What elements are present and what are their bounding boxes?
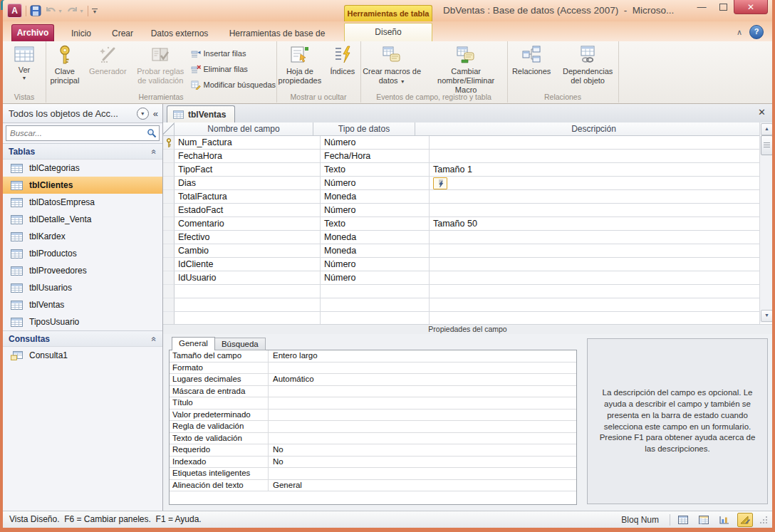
nav-table-item[interactable]: tblDatosEmpresa <box>3 194 162 211</box>
description-cell[interactable]: Tamaño 1 <box>430 163 760 177</box>
row-selector[interactable] <box>163 217 175 231</box>
tab-general[interactable]: General <box>172 337 215 350</box>
field-name-cell[interactable]: FechaHora <box>175 150 321 163</box>
tab-herramientas-bd[interactable]: Herramientas de base de datos <box>218 26 336 41</box>
property-value[interactable] <box>269 397 576 409</box>
modificar-busquedas-button[interactable]: Modificar búsquedas <box>191 78 276 90</box>
data-type-cell[interactable]: Número <box>321 271 430 285</box>
property-value[interactable] <box>269 433 576 444</box>
description-cell[interactable] <box>430 271 760 285</box>
data-type-cell[interactable]: Texto <box>321 217 430 231</box>
indices-button[interactable]: Índices <box>325 43 360 78</box>
collapse-ribbon-icon[interactable]: ∧ <box>737 28 742 37</box>
nav-table-item[interactable]: tblCategorias <box>3 160 162 177</box>
data-type-cell[interactable]: Número <box>321 258 430 271</box>
access-app-icon[interactable]: A <box>7 4 22 18</box>
tab-busqueda[interactable]: Búsqueda <box>214 338 266 350</box>
description-cell[interactable] <box>430 150 760 163</box>
property-value[interactable]: No <box>269 444 576 456</box>
search-icon[interactable] <box>147 128 157 138</box>
tab-diseno-active[interactable]: Diseño <box>344 23 432 42</box>
row-selector[interactable] <box>163 190 175 204</box>
close-document-icon[interactable]: ✕ <box>758 108 766 118</box>
customize-qat-button[interactable]: ▼ <box>92 9 98 14</box>
empty-field-row[interactable] <box>163 312 760 324</box>
generador-button[interactable]: Generador <box>85 43 130 78</box>
field-row[interactable]: Comentario Texto Tamaño 50 <box>163 217 760 231</box>
scroll-up-icon[interactable]: ▲ <box>761 123 772 135</box>
hoja-propiedades-button[interactable]: Hoja de propiedades <box>276 43 323 87</box>
probar-reglas-button[interactable]: Probar reglas de validación <box>132 43 189 87</box>
data-type-cell[interactable]: Moneda <box>321 190 430 204</box>
insertar-filas-button[interactable]: Insertar filas <box>191 47 276 59</box>
data-type-cell[interactable]: Número <box>321 204 430 217</box>
resize-grip[interactable] <box>759 516 768 524</box>
scroll-down-icon[interactable]: ▼ <box>761 310 772 322</box>
row-selector[interactable] <box>163 244 175 258</box>
collapse-section-icon[interactable]: « <box>150 149 160 154</box>
ver-button[interactable]: Ver ▼ <box>5 43 43 82</box>
design-view-button[interactable] <box>737 513 753 527</box>
data-type-cell[interactable]: Moneda <box>321 244 430 258</box>
property-value[interactable]: No <box>269 457 576 468</box>
pivottable-view-button[interactable] <box>696 513 712 527</box>
field-row[interactable]: TotalFactura Moneda <box>163 190 760 204</box>
property-row[interactable]: Indexado No <box>170 457 576 469</box>
field-name-cell[interactable]: IdUsuario <box>175 271 321 285</box>
data-type-cell[interactable]: Número <box>321 136 430 150</box>
field-row[interactable]: Efectivo Moneda <box>163 231 760 244</box>
undo-dropdown-icon[interactable]: ▼ <box>58 9 63 14</box>
description-cell[interactable] <box>430 136 760 150</box>
undo-button[interactable]: ▼ <box>45 6 63 16</box>
eliminar-filas-button[interactable]: Eliminar filas <box>191 63 276 75</box>
property-row[interactable]: Máscara de entrada <box>170 386 576 398</box>
field-name-cell[interactable]: TotalFactura <box>175 190 321 204</box>
empty-field-row[interactable] <box>163 285 760 298</box>
description-cell[interactable]: Tamaño 50 <box>430 217 760 231</box>
field-name-cell[interactable]: Cambio <box>175 244 321 258</box>
field-row[interactable]: FechaHora Fecha/Hora <box>163 150 760 163</box>
property-row[interactable]: Regla de validación <box>170 421 576 433</box>
field-name-cell[interactable]: IdCliente <box>175 258 321 271</box>
field-row[interactable]: IdCliente Número <box>163 258 760 271</box>
field-name-cell[interactable]: Dias <box>175 177 321 190</box>
property-row[interactable]: Alineación del texto General <box>170 480 576 492</box>
empty-field-row[interactable] <box>163 298 760 312</box>
shutter-bar-close-icon[interactable]: « <box>153 108 158 119</box>
row-selector[interactable] <box>163 150 175 163</box>
help-icon[interactable]: ? <box>749 25 764 39</box>
nav-table-item[interactable]: tblKardex <box>3 228 162 245</box>
description-cell[interactable] <box>430 231 760 244</box>
data-type-cell[interactable]: Texto <box>321 163 430 177</box>
nav-query-item[interactable]: Consulta1 <box>3 347 162 364</box>
property-value[interactable] <box>269 468 576 479</box>
cambiar-nombre-button[interactable]: Cambiar nombre/Eliminar Macro <box>425 43 507 96</box>
field-name-cell[interactable]: TipoFact <box>175 163 321 177</box>
field-row[interactable]: Cambio Moneda <box>163 244 760 258</box>
navigation-pane-header[interactable]: Todos los objetos de Acc... ▼ « <box>3 104 162 123</box>
crear-macros-button[interactable]: Crear macros de datos ▼ <box>360 43 423 87</box>
nav-table-item[interactable]: TiposUsuario <box>3 313 162 330</box>
property-row[interactable]: Etiquetas inteligentes <box>170 468 576 480</box>
data-type-cell[interactable]: Moneda <box>321 231 430 244</box>
nav-table-item[interactable]: tblProveedores <box>3 262 162 279</box>
row-selector[interactable] <box>163 204 175 217</box>
tab-datos-externos[interactable]: Datos externos <box>144 26 215 41</box>
field-row[interactable]: Dias Número <box>163 177 760 190</box>
row-selector[interactable] <box>163 177 175 190</box>
property-row[interactable]: Lugares decimales Automático <box>170 374 576 386</box>
description-cell[interactable] <box>430 244 760 258</box>
tab-inicio[interactable]: Inicio <box>63 26 100 41</box>
scrollbar-thumb[interactable] <box>761 135 772 155</box>
row-selector[interactable] <box>163 271 175 285</box>
redo-dropdown-icon[interactable]: ▼ <box>79 9 84 14</box>
close-button[interactable]: ✕ <box>734 0 768 14</box>
field-row[interactable]: EstadoFact Número <box>163 204 760 217</box>
search-input[interactable] <box>6 126 159 140</box>
nav-menu-dropdown-icon[interactable]: ▼ <box>137 108 149 120</box>
property-row[interactable]: Texto de validación <box>170 433 576 445</box>
property-value[interactable]: General <box>269 480 576 491</box>
field-row[interactable]: Num_Factura Número <box>163 136 760 150</box>
description-cell[interactable] <box>430 204 760 217</box>
description-cell[interactable] <box>430 190 760 204</box>
